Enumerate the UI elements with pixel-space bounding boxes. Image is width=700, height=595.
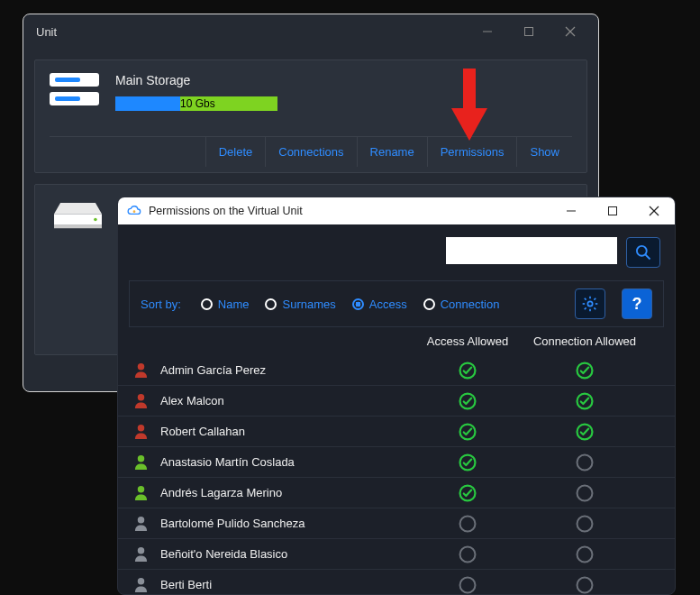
perm-maximize-button[interactable] bbox=[592, 197, 633, 224]
user-name: Andrés Lagarza Merino bbox=[160, 486, 282, 499]
connection-toggle[interactable] bbox=[522, 483, 648, 503]
svg-rect-12 bbox=[609, 207, 617, 215]
connection-toggle[interactable] bbox=[522, 391, 648, 411]
minimize-button[interactable] bbox=[467, 18, 508, 45]
svg-line-25 bbox=[594, 298, 595, 300]
permission-row[interactable]: Beñoit'o Nereida Blasico bbox=[118, 539, 675, 570]
perm-minimize-button[interactable] bbox=[550, 197, 592, 224]
check-empty-icon bbox=[575, 545, 595, 564]
close-button[interactable] bbox=[550, 18, 591, 45]
svg-point-17 bbox=[587, 301, 592, 306]
check-empty-icon bbox=[575, 483, 595, 503]
storage-name: Main Storage bbox=[115, 73, 277, 87]
connection-toggle[interactable] bbox=[522, 575, 648, 595]
minimize-icon bbox=[482, 26, 493, 37]
check-allowed-icon bbox=[458, 391, 477, 411]
check-allowed-icon bbox=[575, 361, 595, 380]
connection-toggle[interactable] bbox=[522, 453, 648, 472]
access-toggle[interactable] bbox=[414, 422, 522, 442]
settings-button[interactable] bbox=[575, 288, 605, 319]
permissions-title: Permissions on the Virtual Unit bbox=[149, 205, 303, 217]
check-allowed-icon bbox=[458, 453, 477, 472]
user-name: Admin García Perez bbox=[160, 363, 266, 377]
sort-connection-radio[interactable]: Connection bbox=[423, 298, 500, 311]
permission-row[interactable]: Anastasio Martín Coslada bbox=[118, 447, 675, 478]
rename-button[interactable]: Rename bbox=[357, 137, 427, 167]
minimize-icon bbox=[566, 206, 577, 216]
access-toggle[interactable] bbox=[414, 453, 522, 472]
svg-point-48 bbox=[460, 577, 476, 592]
check-empty-icon bbox=[575, 514, 595, 534]
svg-point-41 bbox=[138, 517, 145, 524]
svg-point-15 bbox=[637, 246, 647, 256]
harddrive-icon bbox=[53, 203, 103, 230]
permission-row[interactable]: Andrés Lagarza Merino bbox=[118, 478, 675, 508]
check-allowed-icon bbox=[575, 391, 595, 411]
access-toggle[interactable] bbox=[414, 514, 522, 534]
svg-point-46 bbox=[577, 546, 593, 562]
perm-close-button[interactable] bbox=[633, 197, 675, 224]
check-empty-icon bbox=[458, 575, 477, 595]
search-icon bbox=[634, 243, 652, 261]
svg-point-29 bbox=[138, 394, 145, 401]
sort-name-radio[interactable]: Name bbox=[201, 298, 250, 311]
permission-row[interactable]: Bartolomé Pulido Sancheza bbox=[118, 508, 675, 539]
search-input[interactable] bbox=[446, 237, 617, 264]
permissions-titlebar: Permissions on the Virtual Unit bbox=[118, 197, 675, 224]
connection-toggle[interactable] bbox=[522, 545, 648, 564]
search-button[interactable] bbox=[626, 237, 660, 268]
permission-row[interactable]: Robert Callahan bbox=[118, 416, 675, 447]
access-toggle[interactable] bbox=[414, 483, 522, 503]
person-icon bbox=[134, 454, 148, 470]
maximize-button[interactable] bbox=[508, 18, 550, 45]
svg-point-32 bbox=[138, 425, 145, 432]
maximize-icon bbox=[607, 206, 618, 216]
delete-button[interactable]: Delete bbox=[205, 137, 266, 167]
storage-size-label: 10 Gbs bbox=[180, 96, 215, 111]
svg-point-40 bbox=[577, 485, 593, 500]
svg-marker-4 bbox=[54, 203, 102, 214]
access-toggle[interactable] bbox=[414, 391, 522, 411]
user-name: Berti Berti bbox=[160, 578, 212, 591]
person-icon bbox=[134, 485, 148, 500]
check-empty-icon bbox=[575, 575, 595, 595]
access-toggle[interactable] bbox=[414, 361, 522, 380]
svg-point-47 bbox=[138, 578, 145, 585]
sort-surnames-radio[interactable]: Surnames bbox=[265, 298, 335, 311]
svg-marker-9 bbox=[451, 108, 487, 141]
permission-row[interactable]: Admin García Perez bbox=[118, 355, 675, 386]
check-empty-icon bbox=[575, 453, 595, 472]
svg-point-7 bbox=[94, 218, 97, 222]
sort-label: Sort by: bbox=[141, 298, 181, 311]
person-icon bbox=[134, 546, 148, 562]
permissions-list[interactable]: Admin García PerezAlex MalconRobert Call… bbox=[118, 355, 675, 595]
person-icon bbox=[134, 362, 148, 378]
access-toggle[interactable] bbox=[414, 575, 522, 595]
close-icon bbox=[649, 206, 659, 216]
connection-toggle[interactable] bbox=[522, 514, 648, 534]
permission-row[interactable]: Alex Malcon bbox=[118, 386, 675, 416]
cloud-icon bbox=[127, 204, 141, 218]
check-allowed-icon bbox=[458, 361, 477, 380]
help-icon: ? bbox=[632, 295, 642, 314]
person-icon bbox=[134, 393, 148, 408]
connection-toggle[interactable] bbox=[522, 361, 648, 380]
show-button[interactable]: Show bbox=[516, 137, 572, 167]
close-icon bbox=[565, 26, 576, 37]
access-toggle[interactable] bbox=[414, 545, 522, 564]
sort-access-radio[interactable]: Access bbox=[352, 298, 407, 311]
col-access: Access Allowed bbox=[414, 334, 522, 348]
columns-header: Access Allowed Connection Allowed bbox=[118, 327, 675, 355]
svg-line-24 bbox=[585, 307, 586, 309]
user-name: Bartolomé Pulido Sancheza bbox=[160, 517, 305, 530]
svg-line-23 bbox=[594, 307, 595, 309]
user-name: Anastasio Martín Coslada bbox=[160, 455, 295, 469]
person-icon bbox=[134, 577, 148, 592]
svg-line-16 bbox=[646, 255, 650, 260]
check-allowed-icon bbox=[458, 422, 477, 442]
connection-toggle[interactable] bbox=[522, 422, 648, 442]
help-button[interactable]: ? bbox=[622, 288, 652, 319]
connections-button[interactable]: Connections bbox=[265, 137, 356, 167]
permissions-window: Permissions on the Virtual Unit Sort by:… bbox=[117, 197, 676, 595]
permission-row[interactable]: Berti Berti bbox=[118, 570, 675, 595]
